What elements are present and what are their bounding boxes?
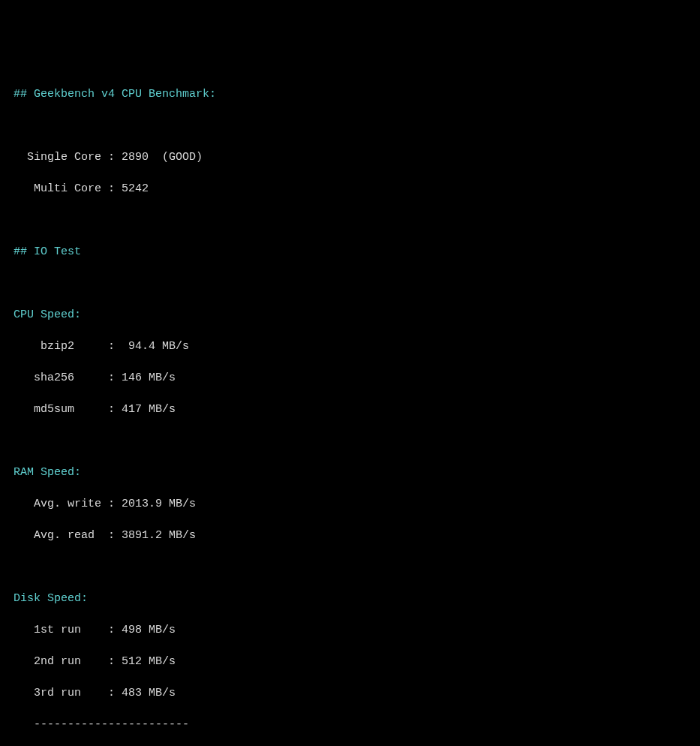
disk-speed-run3: 3rd run : 483 MB/s [14, 685, 686, 701]
terminal-output: ## Geekbench v4 CPU Benchmark: Single Co… [14, 71, 686, 746]
disk-speed-header: Disk Speed: [14, 591, 686, 606]
disk-speed-run2: 2nd run : 512 MB/s [14, 654, 686, 669]
disk-speed-separator: ----------------------- [14, 717, 686, 732]
disk-speed-run1: 1st run : 498 MB/s [14, 622, 686, 638]
cpu-speed-md5sum: md5sum : 417 MB/s [14, 402, 686, 417]
io-test-header: ## IO Test [14, 244, 686, 260]
cpu-speed-header: CPU Speed: [14, 307, 686, 323]
ram-speed-write: Avg. write : 2013.9 MB/s [14, 496, 686, 512]
cpu-speed-sha256: sha256 : 146 MB/s [14, 370, 686, 386]
geekbench-header: ## Geekbench v4 CPU Benchmark: [14, 86, 686, 102]
geekbench-single-core: Single Core : 2890 (GOOD) [14, 149, 686, 165]
geekbench-multi-core: Multi Core : 5242 [14, 181, 686, 197]
ram-speed-read: Avg. read : 3891.2 MB/s [14, 528, 686, 543]
cpu-speed-bzip2: bzip2 : 94.4 MB/s [14, 338, 686, 354]
ram-speed-header: RAM Speed: [14, 465, 686, 480]
